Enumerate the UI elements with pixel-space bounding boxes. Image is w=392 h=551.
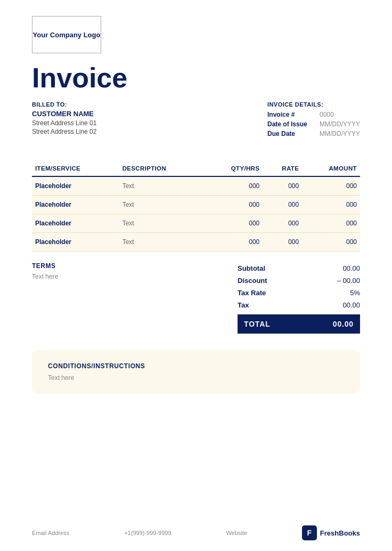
col-item: ITEM/SERVICE — [32, 161, 119, 176]
tax-val: 00.00 — [342, 301, 360, 309]
address-line-2: Street Address Line 02 — [32, 128, 96, 135]
cell-desc: Text — [119, 196, 204, 214]
cell-qty: 000 — [204, 233, 263, 252]
col-qty: QTY/HRS — [204, 161, 263, 176]
discount-key: Discount — [238, 277, 267, 285]
tax-row: Tax 00.00 — [238, 299, 360, 311]
terms-block: TERMS Text here — [32, 262, 238, 280]
date-of-issue-val: MM/DD/YYYY — [320, 120, 360, 128]
cell-desc: Text — [119, 214, 204, 233]
due-date-key: Due Date — [267, 130, 315, 137]
totals-section: TERMS Text here Subtotal 00.00 Discount … — [32, 262, 360, 334]
total-value: 00.00 — [333, 320, 354, 328]
subtotal-row: Subtotal 00.00 — [238, 262, 360, 274]
invoice-details-label: INVOICE DETAILS: — [267, 101, 360, 108]
conditions-text: Text here — [48, 374, 344, 382]
discount-row: Discount – 00.00 — [238, 274, 360, 287]
cell-rate: 000 — [263, 176, 302, 196]
totals-block: Subtotal 00.00 Discount – 00.00 Tax Rate… — [238, 262, 360, 334]
footer-phone: +1(999)-999-9999 — [124, 530, 171, 536]
total-label: TOTAL — [244, 320, 271, 328]
invoice-table: ITEM/SERVICE DESCRIPTION QTY/HRS RATE AM… — [32, 161, 360, 252]
cell-item: Placeholder — [32, 196, 119, 214]
table-header-row: ITEM/SERVICE DESCRIPTION QTY/HRS RATE AM… — [32, 161, 360, 176]
due-date-row: Due Date MM/DD/YYYY — [267, 130, 360, 137]
billed-to-block: BILLED TO: CUSTOMER NAME Street Address … — [32, 101, 96, 140]
col-rate: RATE — [263, 161, 302, 176]
subtotal-key: Subtotal — [238, 264, 265, 272]
table-row: Placeholder Text 000 000 000 — [32, 214, 360, 233]
invoice-number-key: Invoice # — [267, 111, 315, 118]
cell-amount: 000 — [302, 233, 360, 252]
cell-item: Placeholder — [32, 214, 119, 233]
freshbooks-brand-name: FreshBooks — [320, 529, 360, 537]
subtotal-val: 00.00 — [342, 264, 360, 272]
invoice-title: Invoice — [32, 64, 360, 92]
customer-name: CUSTOMER NAME — [32, 110, 96, 118]
col-amount: AMOUNT — [302, 161, 360, 176]
table-row: Placeholder Text 000 000 000 — [32, 233, 360, 252]
due-date-val: MM/DD/YYYY — [320, 130, 360, 137]
freshbooks-icon: F — [302, 525, 317, 540]
footer-email: Email Address — [32, 530, 69, 536]
logo-text: Your Company Logo — [33, 31, 101, 39]
invoice-number-val: 0000 — [320, 111, 334, 118]
freshbooks-logo: F FreshBooks — [302, 525, 360, 540]
invoice-page: Your Company Logo Invoice BILLED TO: CUS… — [0, 0, 392, 551]
cell-rate: 000 — [263, 196, 302, 214]
cell-rate: 000 — [263, 233, 302, 252]
tax-rate-val: 5% — [350, 289, 360, 297]
cell-rate: 000 — [263, 214, 302, 233]
cell-qty: 000 — [204, 176, 263, 196]
discount-val: – 00.00 — [337, 277, 360, 285]
date-of-issue-key: Date of Issue — [267, 120, 315, 128]
billed-to-label: BILLED TO: — [32, 101, 96, 108]
cell-desc: Text — [119, 233, 204, 252]
terms-text: Text here — [32, 273, 222, 280]
cell-item: Placeholder — [32, 176, 119, 196]
footer: Email Address +1(999)-999-9999 Website F… — [32, 520, 360, 540]
address-line-1: Street Address Line 01 — [32, 119, 96, 127]
invoice-details-block: INVOICE DETAILS: Invoice # 0000 Date of … — [267, 101, 360, 140]
tax-rate-key: Tax Rate — [238, 289, 266, 297]
date-of-issue-row: Date of Issue MM/DD/YYYY — [267, 120, 360, 128]
company-logo: Your Company Logo — [32, 16, 101, 53]
table-row: Placeholder Text 000 000 000 — [32, 176, 360, 196]
tax-key: Tax — [238, 301, 249, 309]
tax-rate-row: Tax Rate 5% — [238, 287, 360, 299]
freshbooks-icon-letter: F — [307, 529, 312, 537]
total-bar: TOTAL 00.00 — [238, 314, 360, 334]
cell-qty: 000 — [204, 214, 263, 233]
footer-website: Website — [226, 530, 247, 536]
cell-amount: 000 — [302, 214, 360, 233]
billing-section: BILLED TO: CUSTOMER NAME Street Address … — [32, 101, 360, 140]
cell-desc: Text — [119, 176, 204, 196]
cell-qty: 000 — [204, 196, 263, 214]
col-desc: DESCRIPTION — [119, 161, 204, 176]
invoice-number-row: Invoice # 0000 — [267, 111, 360, 118]
terms-label: TERMS — [32, 262, 222, 270]
cell-amount: 000 — [302, 196, 360, 214]
table-row: Placeholder Text 000 000 000 — [32, 196, 360, 214]
conditions-block: CONDITIONS/INSTRUCTIONS Text here — [32, 350, 360, 394]
cell-item: Placeholder — [32, 233, 119, 252]
cell-amount: 000 — [302, 176, 360, 196]
conditions-label: CONDITIONS/INSTRUCTIONS — [48, 362, 344, 370]
